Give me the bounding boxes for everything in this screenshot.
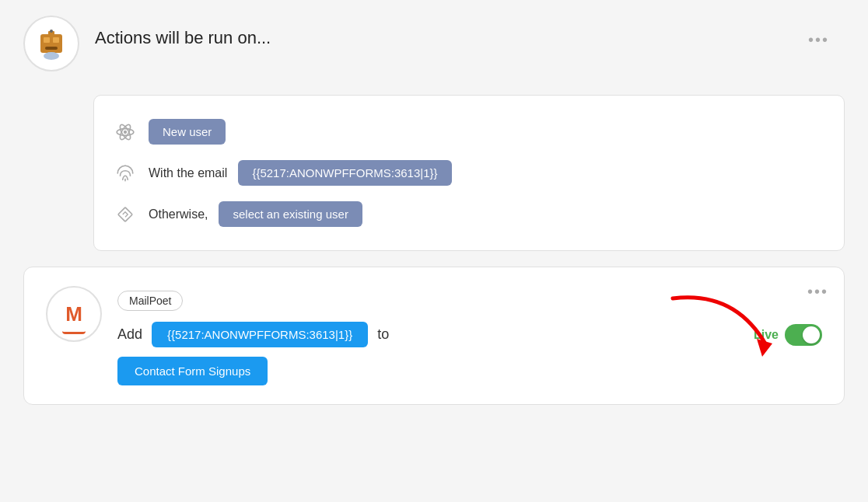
svg-rect-12: [118, 207, 132, 221]
svg-rect-1: [44, 37, 50, 43]
mailpoet-card: ••• M MailPoet Add {{5217:ANONWPFFORMS:3…: [23, 267, 845, 405]
atom-icon: [113, 120, 138, 145]
live-label: Live: [754, 328, 779, 342]
svg-point-5: [50, 30, 53, 33]
row-email: With the email {{5217:ANONWPFFORMS:3613|…: [113, 152, 825, 193]
row-otherwise: Otherwise, select an existing user: [113, 193, 825, 235]
more-options-bottom[interactable]: •••: [807, 283, 828, 301]
email-value-pill[interactable]: {{5217:ANONWPFFORMS:3613|1}}: [238, 160, 451, 186]
contact-form-signups-button[interactable]: Contact Form Signups: [117, 357, 268, 385]
more-options-top[interactable]: •••: [808, 31, 829, 49]
actions-card: New user With the email {{5217:ANONWPFFO…: [93, 95, 845, 251]
add-row: Add {{5217:ANONWPFFORMS:3613|1}} to Live: [117, 322, 822, 347]
page-title: Actions will be run on...: [95, 14, 271, 47]
add-email-pill[interactable]: {{5217:ANONWPFFORMS:3613|1}}: [152, 322, 368, 347]
to-label: to: [377, 326, 389, 343]
avatar-robot: [23, 16, 79, 71]
select-existing-user-button[interactable]: select an existing user: [219, 201, 362, 227]
svg-point-8: [124, 130, 127, 133]
live-toggle[interactable]: [785, 324, 822, 346]
new-user-button[interactable]: New user: [149, 119, 226, 145]
row-new-user: New user: [113, 111, 825, 152]
svg-rect-0: [40, 34, 62, 53]
mailpoet-avatar: M: [46, 286, 102, 342]
mailpoet-content: MailPoet Add {{5217:ANONWPFFORMS:3613|1}…: [117, 286, 822, 385]
svg-rect-2: [53, 37, 59, 43]
fingerprint-icon: [113, 161, 138, 186]
live-section: Live: [754, 324, 822, 346]
otherwise-label: Otherwise,: [149, 207, 208, 221]
svg-rect-3: [45, 47, 58, 50]
mailpoet-badge: MailPoet: [117, 291, 183, 311]
diamond-icon: [113, 202, 138, 227]
svg-rect-7: [48, 53, 54, 58]
add-label: Add: [117, 326, 142, 343]
email-prefix-label: With the email: [149, 166, 227, 180]
